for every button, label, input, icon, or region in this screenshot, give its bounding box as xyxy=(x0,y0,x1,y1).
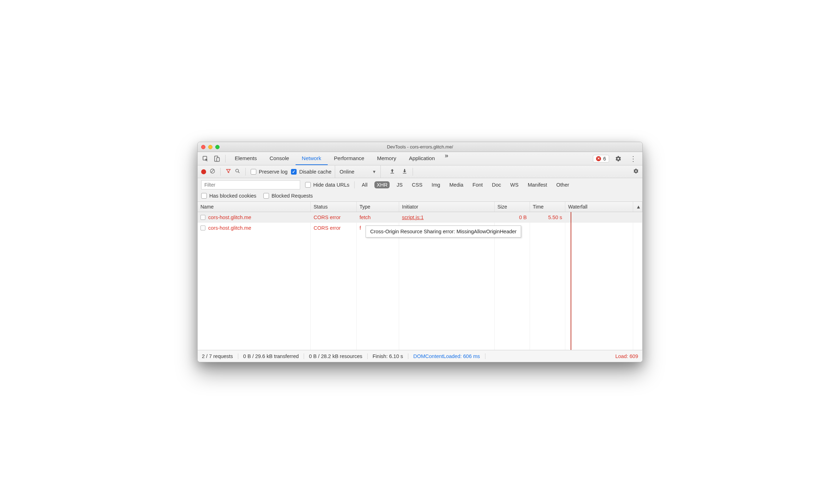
tab-performance[interactable]: Performance xyxy=(328,152,371,165)
checkbox-icon xyxy=(291,169,297,175)
status-finish: Finish: 6.10 s xyxy=(368,353,408,359)
titlebar: DevTools - cors-errors.glitch.me/ xyxy=(198,142,642,152)
request-status: CORS error xyxy=(311,212,357,223)
error-count-badge[interactable]: ✕ 6 xyxy=(593,155,609,163)
devtools-window: DevTools - cors-errors.glitch.me/ Elemen… xyxy=(197,142,643,362)
svg-point-5 xyxy=(236,169,239,172)
minimize-window-button[interactable] xyxy=(208,145,212,149)
checkbox-icon xyxy=(201,193,207,199)
resource-type-filters: All XHR JS CSS Img Media Font Doc WS Man… xyxy=(354,181,571,188)
status-resources: 0 B / 28.2 kB resources xyxy=(304,353,368,359)
main-tabs-row: Elements Console Network Performance Mem… xyxy=(198,152,642,165)
has-blocked-cookies-checkbox[interactable]: Has blocked cookies xyxy=(201,193,256,199)
filter-bar: Hide data URLs All XHR JS CSS Img Media … xyxy=(198,178,642,202)
col-status[interactable]: Status xyxy=(311,202,357,212)
request-time: 5.50 s xyxy=(530,212,565,223)
status-tooltip: Cross-Origin Resource Sharing error: Mis… xyxy=(366,225,521,238)
svg-rect-2 xyxy=(217,158,220,162)
filter-type-xhr[interactable]: XHR xyxy=(374,181,390,188)
checkbox-icon xyxy=(251,169,256,175)
col-waterfall[interactable]: Waterfall xyxy=(565,202,633,212)
download-har-icon[interactable] xyxy=(402,168,408,175)
filter-type-other[interactable]: Other xyxy=(554,181,571,188)
col-time[interactable]: Time xyxy=(530,202,565,212)
kebab-menu-icon[interactable]: ⋮ xyxy=(628,154,639,163)
checkbox-icon xyxy=(263,193,269,199)
initiator-link[interactable]: script.js:1 xyxy=(402,215,424,220)
col-name[interactable]: Name xyxy=(198,202,311,212)
separator xyxy=(220,168,221,176)
preserve-log-checkbox[interactable]: Preserve log xyxy=(251,169,287,175)
panel-tabs: Elements Console Network Performance Mem… xyxy=(228,152,593,165)
request-name: cors-host.glitch.me xyxy=(208,225,251,231)
svg-line-4 xyxy=(211,170,214,172)
status-transferred: 0 B / 29.6 kB transferred xyxy=(238,353,304,359)
request-size: 0 B xyxy=(495,212,530,223)
chevron-down-icon: ▼ xyxy=(372,169,376,174)
throttling-select[interactable]: Online ▼ xyxy=(335,165,381,178)
window-controls xyxy=(201,145,220,149)
clear-icon[interactable] xyxy=(210,168,215,175)
tabs-overflow-button[interactable]: » xyxy=(441,152,452,165)
request-initiator: script.js:1 xyxy=(399,212,495,223)
col-size[interactable]: Size xyxy=(495,202,530,212)
settings-gear-icon[interactable] xyxy=(613,156,624,162)
separator xyxy=(413,168,413,176)
tab-application[interactable]: Application xyxy=(403,152,441,165)
filter-type-doc[interactable]: Doc xyxy=(490,181,503,188)
filter-toggle-icon[interactable] xyxy=(226,168,231,175)
preserve-log-label: Preserve log xyxy=(259,169,287,175)
disable-cache-checkbox[interactable]: Disable cache xyxy=(291,169,331,175)
status-bar: 2 / 7 requests 0 B / 29.6 kB transferred… xyxy=(198,350,642,362)
disable-cache-label: Disable cache xyxy=(299,169,331,175)
col-initiator[interactable]: Initiator xyxy=(399,202,495,212)
filter-type-css[interactable]: CSS xyxy=(410,181,425,188)
status-requests: 2 / 7 requests xyxy=(202,353,238,359)
col-type[interactable]: Type xyxy=(357,202,399,212)
error-icon: ✕ xyxy=(596,156,601,161)
filter-type-media[interactable]: Media xyxy=(447,181,466,188)
svg-line-6 xyxy=(238,172,240,173)
tab-network[interactable]: Network xyxy=(296,152,328,165)
request-waterfall xyxy=(565,212,633,223)
row-checkbox-icon[interactable] xyxy=(200,215,205,220)
tab-console[interactable]: Console xyxy=(263,152,296,165)
request-status: CORS error xyxy=(311,223,357,233)
table-header: Name Status Type Initiator Size Time Wat… xyxy=(198,202,642,212)
upload-har-icon[interactable] xyxy=(389,168,395,175)
filter-type-ws[interactable]: WS xyxy=(508,181,520,188)
filter-type-js[interactable]: JS xyxy=(395,181,405,188)
network-settings-gear-icon[interactable] xyxy=(633,168,639,175)
request-time xyxy=(530,223,565,233)
request-name: cors-host.glitch.me xyxy=(208,215,251,220)
filter-type-img[interactable]: Img xyxy=(430,181,442,188)
filter-type-all[interactable]: All xyxy=(360,181,369,188)
inspect-element-icon[interactable] xyxy=(200,156,211,162)
has-blocked-cookies-label: Has blocked cookies xyxy=(209,193,256,199)
checkbox-icon xyxy=(305,182,311,188)
status-load: Load: 609 xyxy=(615,353,638,359)
maximize-window-button[interactable] xyxy=(215,145,220,149)
table-row[interactable]: cors-host.glitch.me CORS error fetch scr… xyxy=(198,212,642,223)
filter-type-manifest[interactable]: Manifest xyxy=(526,181,549,188)
har-import-export xyxy=(384,168,408,175)
request-waterfall xyxy=(565,223,633,233)
filter-input[interactable] xyxy=(201,180,300,189)
network-toolbar: Preserve log Disable cache Online ▼ xyxy=(198,165,642,178)
device-toggle-icon[interactable] xyxy=(211,156,222,162)
tab-memory[interactable]: Memory xyxy=(371,152,402,165)
close-window-button[interactable] xyxy=(201,145,205,149)
window-title: DevTools - cors-errors.glitch.me/ xyxy=(198,144,642,150)
filter-type-font[interactable]: Font xyxy=(471,181,485,188)
blocked-requests-checkbox[interactable]: Blocked Requests xyxy=(263,193,313,199)
separator xyxy=(225,155,226,163)
throttling-value: Online xyxy=(339,169,354,175)
col-sort-indicator[interactable]: ▲ xyxy=(633,202,642,212)
search-icon[interactable] xyxy=(235,168,240,175)
table-body: cors-host.glitch.me CORS error fetch scr… xyxy=(198,212,642,350)
hide-data-urls-checkbox[interactable]: Hide data URLs xyxy=(305,182,349,188)
row-checkbox-icon[interactable] xyxy=(200,225,205,230)
record-button[interactable] xyxy=(201,169,206,174)
tab-elements[interactable]: Elements xyxy=(228,152,263,165)
svg-rect-8 xyxy=(403,173,407,173)
